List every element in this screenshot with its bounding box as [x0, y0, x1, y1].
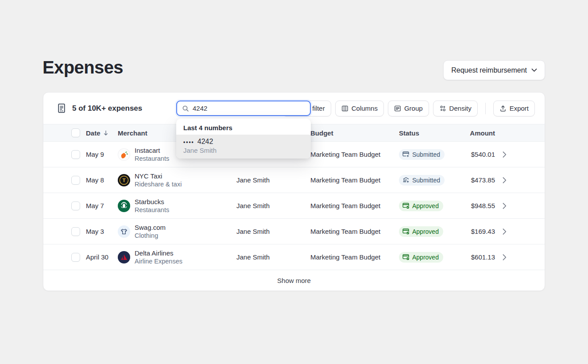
chevron-right-icon: [503, 228, 507, 235]
merchant-name: Delta Airlines: [135, 249, 182, 257]
export-label: Export: [510, 105, 529, 112]
starbucks-logo: [118, 200, 130, 212]
expense-amount: $948.55: [461, 202, 495, 209]
row-checkbox[interactable]: [71, 150, 80, 159]
masked-card-dots: ••••: [183, 139, 194, 145]
status-badge: Submitted: [399, 149, 445, 160]
sort-desc-icon: [103, 130, 108, 136]
card-plus-icon: [402, 151, 410, 158]
chevron-right-icon: [503, 254, 507, 260]
card-last4: 4242: [197, 138, 213, 146]
search-suggestions-dropdown: Last 4 numbers •••• 4242 Jane Smith: [176, 119, 311, 159]
chevron-right-icon: [503, 177, 507, 183]
status-badge: Approved: [399, 226, 443, 237]
expense-row[interactable]: May 7 Starbucks Restaurants Jane Smith M…: [43, 193, 545, 219]
card-check-icon: [402, 202, 410, 209]
group-label: Group: [404, 105, 423, 112]
card-check-icon: [402, 228, 410, 235]
expense-person: Jane Smith: [236, 228, 310, 235]
expense-amount: $540.01: [461, 151, 495, 158]
cardholder-name: Jane Smith: [183, 147, 304, 154]
dropdown-item-card[interactable]: •••• 4242 Jane Smith: [176, 135, 311, 159]
expense-amount: $473.85: [461, 176, 495, 184]
delta-logo: [118, 251, 130, 263]
expense-row[interactable]: April 30 Delta Airlines Airline Expenses…: [43, 244, 545, 270]
status-label: Submitted: [412, 151, 440, 158]
columns-icon: [341, 105, 348, 112]
expense-date: May 3: [86, 228, 118, 235]
search-input[interactable]: [193, 105, 305, 112]
status-badge: Approved: [399, 252, 443, 263]
chevron-down-icon: [531, 68, 537, 72]
expenses-page: Expenses Request reimbursement 5 of 10K+…: [0, 0, 588, 364]
expense-date: May 8: [86, 176, 118, 184]
merchant-category: Clothing: [135, 232, 166, 240]
chevron-right-icon: [503, 203, 507, 209]
nyc-taxi-logo: T: [118, 174, 130, 186]
request-reimbursement-button[interactable]: Request reimbursement: [443, 60, 545, 80]
merchant-category: Restaurants: [135, 206, 169, 214]
expense-row[interactable]: May 3 Swag.com Clothing Jane Smith Marke…: [43, 219, 545, 244]
merchant-category: Rideshare & taxi: [135, 180, 182, 189]
expense-amount: $169.43: [461, 228, 495, 235]
column-header-status[interactable]: Status: [399, 129, 461, 137]
export-button[interactable]: Export: [493, 101, 535, 116]
instacart-logo: [118, 148, 130, 161]
page-title: Expenses: [43, 58, 123, 77]
show-more-button[interactable]: Show more: [43, 270, 545, 290]
expense-budget: Marketing Team Budget: [310, 253, 399, 261]
merchant-category: Restaurants: [135, 155, 169, 163]
toolbar-divider: [485, 103, 486, 114]
receipt-icon: [57, 103, 66, 113]
expense-person: Jane Smith: [236, 176, 310, 184]
merchant-name: Instacart: [135, 146, 169, 155]
status-label: Approved: [412, 228, 439, 235]
chevron-right-icon: [503, 151, 507, 158]
bank-plus-icon: [402, 177, 410, 183]
expense-budget: Marketing Team Budget: [310, 176, 399, 184]
row-checkbox[interactable]: [71, 176, 80, 185]
density-icon: [439, 105, 446, 112]
search-box[interactable]: [176, 101, 311, 116]
group-button[interactable]: Group: [388, 101, 429, 116]
export-icon: [499, 105, 507, 112]
select-all-checkbox[interactable]: [71, 128, 80, 137]
merchant-name: Swag.com: [135, 223, 166, 232]
expense-amount: $601.13: [461, 253, 495, 261]
expense-date: April 30: [86, 253, 118, 261]
expenses-count: 5 of 10K+ expenses: [72, 104, 142, 113]
expense-budget: Marketing Team Budget: [310, 228, 399, 235]
column-header-amount[interactable]: Amount: [461, 129, 495, 137]
row-checkbox[interactable]: [71, 227, 80, 236]
merchant-category: Airline Expenses: [135, 257, 182, 266]
card-check-icon: [402, 254, 410, 260]
expenses-card: 5 of 10K+ expenses Add filter: [43, 92, 545, 291]
group-icon: [394, 105, 401, 112]
expense-date: May 9: [86, 151, 118, 158]
swag-logo: [118, 225, 130, 238]
row-checkbox[interactable]: [71, 201, 80, 210]
column-header-budget[interactable]: Budget: [310, 129, 399, 137]
dropdown-group-label: Last 4 numbers: [176, 119, 311, 135]
request-reimbursement-label: Request reimbursement: [451, 66, 527, 74]
expense-person: Jane Smith: [236, 253, 310, 261]
expense-date: May 7: [86, 202, 118, 209]
status-badge: Submitted: [399, 175, 445, 186]
row-checkbox[interactable]: [71, 253, 80, 262]
columns-label: Columns: [352, 105, 378, 112]
status-label: Approved: [412, 254, 439, 261]
toolbar-buttons: Add filter Columns Group: [282, 101, 535, 116]
expense-budget: Marketing Team Budget: [310, 151, 399, 158]
expense-row[interactable]: May 8 T NYC Taxi Rideshare & taxi Jane S…: [43, 167, 545, 193]
status-badge: Approved: [399, 201, 443, 211]
columns-button[interactable]: Columns: [335, 101, 384, 116]
status-label: Approved: [412, 202, 439, 209]
density-label: Density: [449, 105, 472, 112]
density-button[interactable]: Density: [433, 101, 478, 116]
expense-person: Jane Smith: [236, 202, 310, 209]
status-label: Submitted: [412, 177, 440, 184]
svg-text:T: T: [122, 178, 125, 183]
column-header-date[interactable]: Date: [86, 129, 118, 137]
merchant-name: NYC Taxi: [135, 172, 182, 180]
search-icon: [182, 105, 189, 112]
